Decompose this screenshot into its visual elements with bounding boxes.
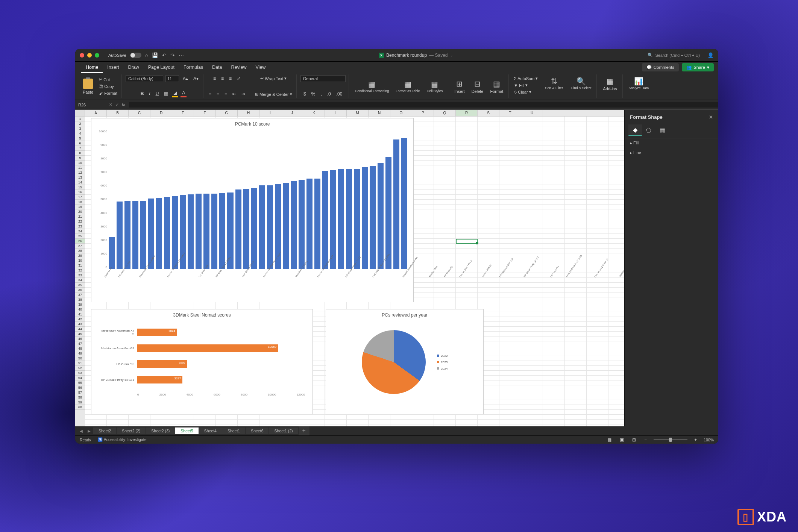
row-header[interactable]: 24 bbox=[75, 229, 85, 234]
worksheet[interactable]: ABCDEFGHIJKLMNOPQRSTU 123456789101112131… bbox=[75, 110, 624, 426]
find-select-button[interactable]: 🔍Find & Select bbox=[569, 75, 594, 97]
line-section[interactable]: ▸ Line bbox=[625, 148, 718, 158]
bar[interactable]: 3237 bbox=[137, 376, 182, 383]
row-header[interactable]: 12 bbox=[75, 170, 85, 175]
row-header[interactable]: 14 bbox=[75, 180, 85, 185]
col-header[interactable]: F bbox=[194, 110, 216, 116]
insert-cells-button[interactable]: ⊞Insert bbox=[452, 78, 467, 95]
font-select[interactable] bbox=[126, 75, 163, 82]
row-header[interactable]: 15 bbox=[75, 185, 85, 190]
underline-button[interactable]: U bbox=[154, 90, 161, 97]
ribbon-tab-page-layout[interactable]: Page Layout bbox=[144, 62, 179, 73]
conditional-formatting-button[interactable]: ▦Conditional Formatting bbox=[353, 78, 391, 94]
bar[interactable] bbox=[314, 179, 320, 269]
row-header[interactable]: 47 bbox=[75, 341, 85, 346]
indent-right-icon[interactable]: ⇥ bbox=[240, 91, 247, 97]
bar[interactable] bbox=[219, 193, 225, 269]
ribbon-tab-data[interactable]: Data bbox=[208, 62, 226, 73]
bar[interactable] bbox=[322, 171, 328, 269]
font-size-select[interactable] bbox=[165, 75, 179, 82]
more-icon[interactable]: ⋯ bbox=[179, 52, 184, 58]
number-format-select[interactable] bbox=[300, 75, 346, 82]
row-header[interactable]: 44 bbox=[75, 327, 85, 332]
bar[interactable] bbox=[291, 181, 297, 269]
zoom-out-icon[interactable]: − bbox=[643, 437, 648, 443]
ribbon-tab-review[interactable]: Review bbox=[226, 62, 251, 73]
row-header[interactable]: 18 bbox=[75, 200, 85, 205]
cancel-icon[interactable]: ✕ bbox=[109, 102, 112, 107]
row-header[interactable]: 40 bbox=[75, 307, 85, 312]
ribbon-tab-home[interactable]: Home bbox=[81, 62, 103, 73]
chevron-down-icon[interactable]: ⌄ bbox=[450, 53, 453, 57]
col-header[interactable]: D bbox=[150, 110, 172, 116]
col-header[interactable]: N bbox=[369, 110, 390, 116]
fill-color-button[interactable]: ◢ bbox=[172, 89, 178, 97]
bar[interactable] bbox=[338, 169, 344, 269]
align-left-icon[interactable]: ≡ bbox=[207, 91, 213, 97]
row-header[interactable]: 19 bbox=[75, 205, 85, 209]
bar[interactable] bbox=[393, 139, 399, 269]
save-icon[interactable]: 💾 bbox=[152, 52, 158, 58]
search-box[interactable]: 🔍 Search (Cmd + Ctrl + U) bbox=[648, 53, 700, 58]
row-header[interactable]: 32 bbox=[75, 268, 85, 273]
close-pane-icon[interactable]: ✕ bbox=[709, 114, 713, 120]
comma-icon[interactable]: , bbox=[319, 91, 323, 97]
bar[interactable]: 2824 bbox=[137, 329, 177, 336]
chart-pie[interactable]: PCs reviewed per year 202220232024 bbox=[326, 309, 484, 414]
decrease-font-icon[interactable]: A▾ bbox=[192, 75, 200, 82]
ribbon-tab-formulas[interactable]: Formulas bbox=[179, 62, 208, 73]
row-header[interactable]: 29 bbox=[75, 253, 85, 258]
col-header[interactable]: I bbox=[259, 110, 281, 116]
row-header[interactable]: 2 bbox=[75, 121, 85, 126]
bar[interactable] bbox=[211, 194, 217, 269]
row-header[interactable]: 52 bbox=[75, 366, 85, 371]
row-header[interactable]: 51 bbox=[75, 361, 85, 366]
row-header[interactable]: 37 bbox=[75, 293, 85, 297]
sheet-tab[interactable]: Sheet6 bbox=[246, 427, 269, 434]
row-header[interactable]: 60 bbox=[75, 405, 85, 410]
col-header[interactable]: G bbox=[216, 110, 238, 116]
bar[interactable] bbox=[346, 169, 352, 269]
row-header[interactable]: 43 bbox=[75, 322, 85, 327]
close-button[interactable] bbox=[80, 53, 84, 58]
row-header[interactable]: 41 bbox=[75, 312, 85, 317]
share-button[interactable]: 👥 Share ▾ bbox=[682, 63, 714, 71]
bar[interactable] bbox=[330, 170, 336, 269]
bar[interactable] bbox=[172, 196, 178, 269]
bar[interactable] bbox=[243, 189, 249, 269]
col-header[interactable]: O bbox=[390, 110, 412, 116]
minimize-button[interactable] bbox=[87, 53, 92, 58]
row-header[interactable]: 42 bbox=[75, 317, 85, 322]
increase-font-icon[interactable]: A▴ bbox=[181, 75, 190, 82]
row-header[interactable]: 57 bbox=[75, 390, 85, 395]
bar[interactable] bbox=[267, 185, 273, 269]
row-header[interactable]: 11 bbox=[75, 165, 85, 170]
col-header[interactable]: S bbox=[478, 110, 499, 116]
col-header[interactable]: T bbox=[499, 110, 521, 116]
redo-icon[interactable]: ↷ bbox=[170, 52, 175, 58]
row-header[interactable]: 27 bbox=[75, 244, 85, 249]
row-header[interactable]: 1 bbox=[75, 117, 85, 121]
ribbon-tab-insert[interactable]: Insert bbox=[103, 62, 123, 73]
bar[interactable] bbox=[164, 197, 170, 269]
row-header[interactable]: 17 bbox=[75, 195, 85, 200]
name-box[interactable]: R26 bbox=[75, 103, 105, 107]
bar[interactable] bbox=[132, 201, 138, 269]
bar[interactable] bbox=[306, 179, 313, 269]
bar[interactable] bbox=[401, 138, 407, 269]
align-middle-icon[interactable]: ≡ bbox=[220, 75, 225, 82]
row-header[interactable]: 54 bbox=[75, 376, 85, 380]
row-header[interactable]: 3 bbox=[75, 126, 85, 131]
bar[interactable] bbox=[370, 166, 376, 269]
row-header[interactable]: 59 bbox=[75, 400, 85, 405]
bar[interactable] bbox=[140, 201, 146, 269]
font-color-button[interactable]: A bbox=[181, 89, 187, 97]
col-header[interactable]: A bbox=[85, 110, 107, 116]
bar[interactable] bbox=[196, 194, 202, 269]
add-sheet-button[interactable]: + bbox=[299, 426, 309, 435]
row-header[interactable]: 38 bbox=[75, 297, 85, 302]
row-header[interactable]: 58 bbox=[75, 395, 85, 400]
col-header[interactable]: U bbox=[521, 110, 543, 116]
cut-button[interactable]: ✂Cut bbox=[98, 76, 118, 83]
account-icon[interactable]: 👤 bbox=[707, 52, 714, 58]
